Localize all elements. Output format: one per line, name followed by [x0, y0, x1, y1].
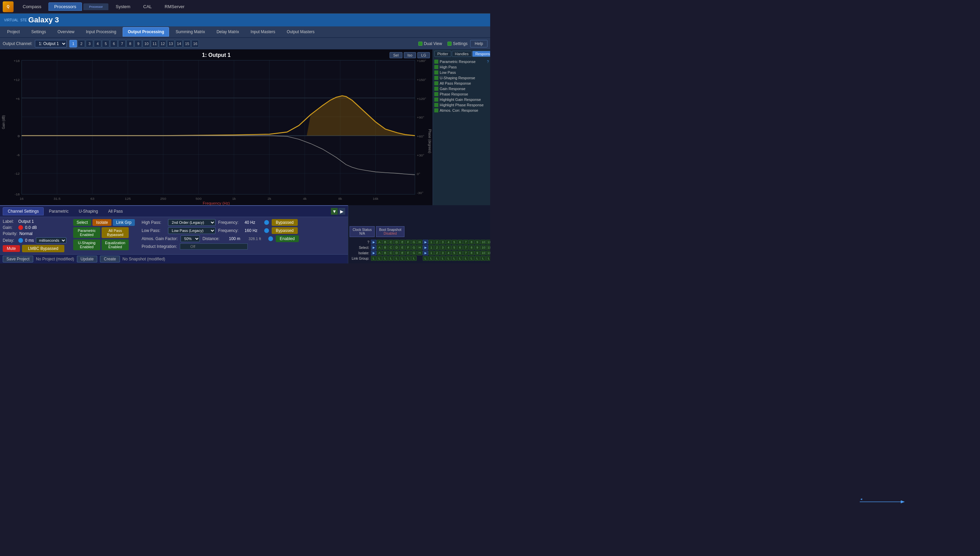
channel-num-1[interactable]: 1: [70, 40, 77, 47]
sel-7-btn[interactable]: 7: [463, 245, 469, 250]
channel-select[interactable]: 1: Output 1: [35, 40, 67, 47]
channel-num-13[interactable]: 13: [167, 40, 175, 47]
tab-overview[interactable]: Overview: [52, 27, 79, 37]
select-row2-arrow[interactable]: ▶: [371, 245, 376, 250]
cs-tab-channel-settings[interactable]: Channel Settings: [3, 207, 44, 215]
channel-num-14[interactable]: 14: [175, 40, 183, 47]
iso-4-btn[interactable]: 4: [446, 251, 451, 255]
sel-e-btn[interactable]: E: [400, 245, 405, 250]
channel-num-2[interactable]: 2: [78, 40, 85, 47]
settings-toggle[interactable]: Settings: [448, 41, 467, 46]
sel-h-btn[interactable]: H: [417, 245, 422, 250]
nav-processors[interactable]: Processors: [49, 2, 82, 11]
lg-l-btn-7[interactable]: L: [406, 256, 411, 261]
delay-unit-select[interactable]: milliseconds: [36, 238, 66, 244]
lg-l-btn-1[interactable]: L: [371, 256, 376, 261]
channel-num-6[interactable]: 6: [110, 40, 118, 47]
high-pass-bypassed-button[interactable]: Bypassed: [272, 219, 298, 226]
sel-3-btn[interactable]: 3: [440, 245, 445, 250]
channel-num-10[interactable]: 10: [142, 40, 150, 47]
iso-button[interactable]: Iso: [404, 52, 416, 58]
response-item-atmos[interactable]: Atmos. Corr. Response: [434, 108, 489, 113]
select-5-btn[interactable]: 5: [451, 240, 457, 244]
select-c-btn[interactable]: C: [388, 240, 394, 244]
nav-system[interactable]: System: [110, 2, 136, 11]
parametric-enabled-button[interactable]: ParametricEnabled: [73, 227, 100, 238]
iso-3-btn[interactable]: 3: [440, 251, 445, 255]
tab-output-processing[interactable]: Output Processing: [123, 27, 169, 37]
sel-b-btn[interactable]: B: [382, 245, 388, 250]
iso-6-btn[interactable]: 6: [457, 251, 463, 255]
iso-1-btn[interactable]: 1: [429, 251, 434, 255]
select-button[interactable]: Select: [73, 219, 91, 226]
channel-num-16[interactable]: 16: [191, 40, 199, 47]
response-item-lowpass[interactable]: Low Pass: [434, 70, 489, 75]
iso-9-btn[interactable]: 9: [475, 251, 480, 255]
response-item-highpass[interactable]: High Pass: [434, 64, 489, 70]
lg-l-num-3[interactable]: L: [434, 256, 440, 261]
response-item-ushaping[interactable]: U-Shaping Response: [434, 75, 489, 81]
help-button[interactable]: Help: [470, 40, 487, 47]
tab-project[interactable]: Project: [2, 27, 25, 37]
response-item-allpass[interactable]: All Pass Response: [434, 81, 489, 86]
channel-num-12[interactable]: 12: [159, 40, 167, 47]
lg-button[interactable]: LG: [417, 52, 430, 58]
lg-l-num-2[interactable]: L: [429, 256, 434, 261]
cs-help-btn[interactable]: ▶: [338, 208, 345, 215]
iso-5-btn[interactable]: 5: [451, 251, 457, 255]
iso-e-btn[interactable]: E: [400, 251, 405, 255]
nav-rmserver[interactable]: RMServer: [159, 2, 190, 11]
iso-g-btn[interactable]: G: [411, 251, 417, 255]
dual-view-checkbox[interactable]: [418, 42, 422, 46]
select-9-btn[interactable]: 9: [475, 240, 480, 244]
select-b-btn[interactable]: B: [382, 240, 388, 244]
select-h-btn[interactable]: H: [417, 240, 422, 244]
iso-f-btn[interactable]: F: [406, 251, 411, 255]
lg-l-btn-6[interactable]: L: [400, 256, 405, 261]
atmos-gain-select[interactable]: 50%: [181, 235, 200, 242]
tab-input-processing[interactable]: Input Processing: [81, 27, 121, 37]
rpanel-tab-plotter[interactable]: Plotter: [434, 51, 451, 57]
channel-num-15[interactable]: 15: [183, 40, 191, 47]
tab-settings[interactable]: Settings: [26, 27, 51, 37]
select-3-btn[interactable]: 3: [440, 240, 445, 244]
response-item-parametric[interactable]: Parametric Response ?: [434, 59, 489, 64]
sel-10-btn[interactable]: 10: [480, 245, 486, 250]
select-10-btn[interactable]: 10: [480, 240, 486, 244]
atmos-enabled-button[interactable]: Enabled: [276, 235, 299, 242]
isolate-button[interactable]: Isolate: [92, 219, 111, 226]
lg-l-btn-3[interactable]: L: [382, 256, 388, 261]
cs-tab-allpass[interactable]: All Pass: [103, 207, 128, 215]
lg-l-num-6[interactable]: L: [451, 256, 457, 261]
tab-summing-matrix[interactable]: Summing Matrix: [170, 27, 210, 37]
sel-1-btn[interactable]: 1: [429, 245, 434, 250]
rpanel-tab-response[interactable]: Response: [472, 51, 490, 57]
link-grp-button[interactable]: Link Grp: [113, 219, 135, 226]
sel-num-arrow[interactable]: ▶: [423, 245, 428, 250]
lg-l-btn-4[interactable]: L: [388, 256, 394, 261]
iso-h-btn[interactable]: H: [417, 251, 422, 255]
select-8-btn[interactable]: 8: [469, 240, 474, 244]
iso-d-btn[interactable]: D: [394, 251, 399, 255]
lg-l-num-9[interactable]: L: [469, 256, 474, 261]
iso-11-btn[interactable]: 11: [486, 251, 490, 255]
channel-num-4[interactable]: 4: [94, 40, 101, 47]
sel-a-btn[interactable]: A: [377, 245, 382, 250]
select-num-arrow-btn[interactable]: ▶: [423, 240, 428, 244]
select-7-btn[interactable]: 7: [463, 240, 469, 244]
iso-a-btn[interactable]: A: [377, 251, 382, 255]
tab-delay-matrix[interactable]: Delay Matrix: [211, 27, 244, 37]
channel-num-3[interactable]: 3: [86, 40, 93, 47]
cs-tab-parametric[interactable]: Parametric: [44, 207, 73, 215]
select-a-btn[interactable]: A: [377, 240, 382, 244]
channel-num-8[interactable]: 8: [126, 40, 134, 47]
select-arrow-btn[interactable]: ▶: [371, 240, 376, 244]
select-g-btn[interactable]: G: [411, 240, 417, 244]
equalization-enabled-button[interactable]: EqualizationEnabled: [102, 239, 129, 250]
cs-expand-btn[interactable]: ▼: [331, 208, 338, 215]
sel-g-btn[interactable]: G: [411, 245, 417, 250]
lg-l-num-12[interactable]: L: [486, 256, 490, 261]
sel-5-btn[interactable]: 5: [451, 245, 457, 250]
select-2-btn[interactable]: 2: [434, 240, 440, 244]
response-item-phase[interactable]: Phase Response: [434, 91, 489, 97]
